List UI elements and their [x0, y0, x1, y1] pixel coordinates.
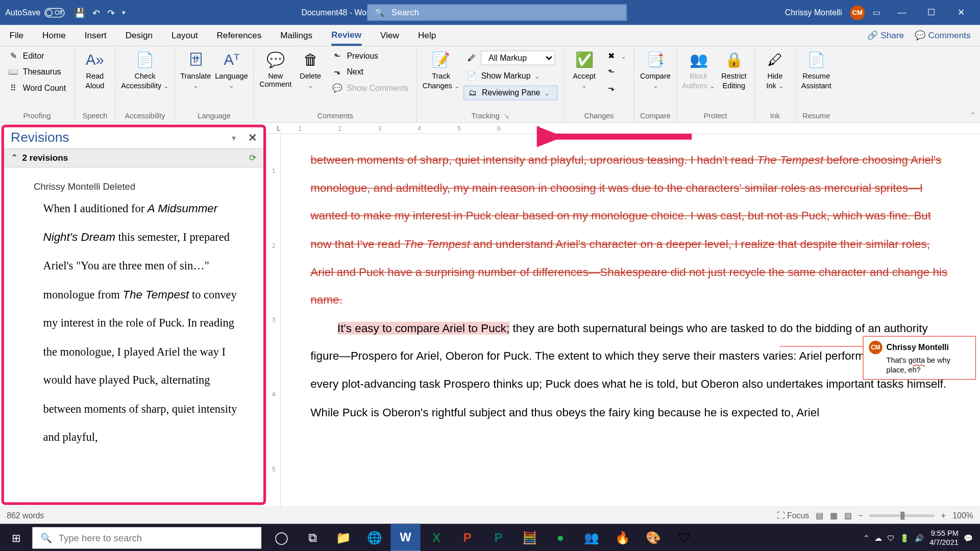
chevron-down-icon[interactable]: ⌄	[778, 82, 784, 90]
read-mode-icon[interactable]: ▤	[816, 511, 823, 520]
tab-help[interactable]: Help	[418, 26, 436, 44]
autosave-switch[interactable]: Off	[44, 8, 65, 17]
refresh-icon[interactable]: ⟳	[249, 153, 257, 163]
taskbar-search-input[interactable]	[59, 533, 253, 543]
autosave-toggle[interactable]: AutoSave Off	[6, 8, 65, 17]
chevron-down-icon[interactable]: ⌄	[581, 82, 587, 89]
publisher-icon[interactable]: P	[483, 524, 513, 551]
spotify-icon[interactable]: ●	[546, 524, 575, 551]
tab-design[interactable]: Design	[126, 26, 153, 44]
zoom-level[interactable]: 100%	[952, 511, 973, 520]
chevron-down-icon[interactable]: ⌄	[454, 82, 460, 90]
zoom-out-icon[interactable]: −	[859, 511, 863, 520]
calculator-icon[interactable]: 🧮	[514, 524, 544, 551]
chevron-down-icon[interactable]: ⌄	[229, 82, 234, 89]
tab-review[interactable]: Review	[331, 25, 361, 45]
next-comment-button[interactable]: ⬎Next	[329, 65, 411, 79]
qat-dropdown-icon[interactable]: ▾	[122, 9, 126, 16]
comments-button[interactable]: 💬 Comments	[915, 30, 970, 40]
paint-icon[interactable]: 🔥	[607, 524, 637, 551]
previous-comment-button[interactable]: ⬑Previous	[329, 49, 411, 62]
chevron-down-icon[interactable]: ⌄	[193, 82, 199, 89]
zoom-slider[interactable]	[870, 514, 935, 517]
check-accessibility-button[interactable]: 📄 Check Accessibility ⌄	[121, 49, 169, 89]
chevron-down-icon[interactable]: ⌄	[308, 82, 313, 89]
comment-highlight[interactable]: It's easy to compare Ariel to Puck;	[337, 322, 509, 335]
notifications-icon[interactable]: 💬	[964, 534, 973, 542]
read-aloud-button[interactable]: A» Read Aloud	[80, 49, 110, 89]
security-icon[interactable]: 🛡	[670, 524, 699, 551]
powerpoint-icon[interactable]: P	[453, 524, 482, 551]
thesaurus-button[interactable]: 📖Thesaurus	[6, 65, 69, 79]
minimize-button[interactable]: —	[889, 3, 916, 22]
search-input[interactable]	[391, 8, 619, 18]
tab-view[interactable]: View	[380, 26, 399, 44]
task-view-icon[interactable]: ⧉	[298, 524, 327, 551]
clock[interactable]: 9:55 PM 4/7/2021	[929, 529, 959, 547]
chevron-down-icon[interactable]: ⌄	[653, 82, 658, 89]
resume-assistant-button[interactable]: 📄 Resume Assistant	[801, 49, 831, 89]
word-icon[interactable]: W	[390, 524, 420, 551]
collapse-ribbon-icon[interactable]: ⌃	[970, 111, 976, 120]
markup-select[interactable]: All Markup	[481, 51, 555, 65]
delete-comment-button[interactable]: 🗑 Delete ⌄	[296, 49, 325, 95]
revisions-close-icon[interactable]: ✕	[248, 131, 257, 144]
maximize-button[interactable]: ☐	[918, 3, 945, 22]
web-layout-icon[interactable]: ▧	[844, 511, 852, 520]
compare-button[interactable]: 📑 Compare ⌄	[640, 49, 671, 89]
block-authors-button[interactable]: 👥 Block Authors ⌄	[682, 49, 715, 89]
track-changes-button[interactable]: 📝 Track Changes ⌄	[423, 49, 460, 100]
onedrive-icon[interactable]: ☁	[874, 534, 882, 542]
file-explorer-icon[interactable]: 📁	[329, 524, 358, 551]
chevron-down-icon[interactable]: ⌄	[163, 82, 169, 90]
tab-references[interactable]: References	[216, 26, 261, 44]
tab-layout[interactable]: Layout	[172, 26, 198, 44]
palette-icon[interactable]: 🎨	[639, 524, 668, 551]
excel-icon[interactable]: X	[422, 524, 451, 551]
save-icon[interactable]: 💾	[74, 7, 85, 18]
show-comments-button[interactable]: 💬Show Comments	[329, 82, 411, 95]
battery-icon[interactable]: 🔋	[900, 534, 909, 542]
teams-icon[interactable]: 👥	[577, 524, 606, 551]
tab-insert[interactable]: Insert	[85, 26, 107, 44]
word-count-status[interactable]: 862 words	[7, 511, 44, 520]
reviewing-pane-button[interactable]: 🗂Reviewing Pane ⌄	[463, 86, 558, 101]
translate-button[interactable]: 🈂 Translate ⌄	[180, 49, 211, 89]
print-layout-icon[interactable]: ▦	[830, 511, 838, 520]
editor-button[interactable]: ✎Editor	[6, 49, 69, 62]
restrict-editing-button[interactable]: 🔒 Restrict Editing	[719, 49, 749, 89]
show-markup-button[interactable]: 📄Show Markup ⌄	[463, 69, 558, 83]
comment-card[interactable]: CM Chrissy Montelli That's gotta be why …	[863, 336, 976, 379]
start-button[interactable]: ⊞	[0, 524, 32, 551]
tray-chevron-icon[interactable]: ⌃	[863, 534, 869, 542]
tab-file[interactable]: File	[9, 26, 23, 44]
revisions-list[interactable]: Chrissy Montelli Deleted When I audition…	[4, 168, 263, 462]
horizontal-ruler[interactable]: 1234567	[267, 123, 980, 134]
cortana-icon[interactable]: ◯	[267, 524, 297, 551]
security-tray-icon[interactable]: 🛡	[887, 534, 895, 542]
reject-button[interactable]: ✖⌄	[603, 49, 629, 62]
taskbar-search[interactable]: 🔍	[32, 527, 261, 548]
redo-icon[interactable]: ↷	[107, 7, 115, 18]
share-button[interactable]: 🔗 Share	[867, 30, 904, 40]
chevron-up-icon[interactable]: ⌃	[11, 153, 18, 163]
new-comment-button[interactable]: 💬 NewComment	[259, 49, 291, 95]
tab-home[interactable]: Home	[42, 26, 66, 44]
chevron-down-icon[interactable]: ⌄	[621, 52, 626, 60]
ribbon-display-icon[interactable]: ▭	[873, 8, 880, 17]
language-button[interactable]: Aᵀ Language ⌄	[215, 49, 248, 89]
chrome-icon[interactable]: 🌐	[360, 524, 389, 551]
close-button[interactable]: ✕	[948, 3, 975, 22]
revisions-dropdown-icon[interactable]: ▾	[232, 133, 236, 142]
previous-change-button[interactable]: ⬑	[603, 65, 629, 79]
chevron-down-icon[interactable]: ⌄	[544, 89, 550, 97]
hide-ink-button[interactable]: 🖊 Hide Ink ⌄	[760, 49, 790, 89]
tab-mailings[interactable]: Mailings	[280, 26, 312, 44]
search-box[interactable]: 🔍	[367, 4, 626, 21]
focus-button[interactable]: ⛶ Focus	[777, 511, 809, 520]
vertical-ruler[interactable]: 12345	[267, 134, 281, 507]
volume-icon[interactable]: 🔊	[915, 534, 924, 542]
tracking-dialog-launcher-icon[interactable]: ↘	[504, 112, 509, 120]
accept-button[interactable]: ✅ Accept ⌄	[570, 49, 599, 95]
zoom-in-icon[interactable]: +	[941, 511, 946, 520]
